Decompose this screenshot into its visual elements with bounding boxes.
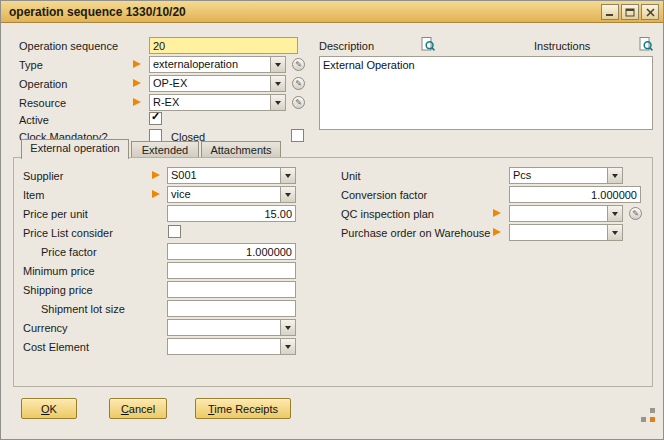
type-label: Type <box>19 59 43 72</box>
link-arrow-icon[interactable] <box>133 60 141 68</box>
dropdown-arrow-icon[interactable] <box>270 76 285 91</box>
price-list-consider-checkbox[interactable] <box>168 225 181 238</box>
po-on-warehouse-label: Purchase order on Warehouse <box>341 227 490 240</box>
price-per-unit-label: Price per unit <box>23 208 88 221</box>
price-list-consider-label: Price List consider <box>23 227 113 240</box>
operation-label: Operation <box>19 78 67 91</box>
dropdown-arrow-icon[interactable] <box>280 320 295 335</box>
conversion-factor-label: Conversion factor <box>341 189 427 202</box>
pencil-glyph: ✎ <box>295 61 302 69</box>
shipment-lot-size-label: Shipment lot size <box>41 303 125 316</box>
operation-sequence-label: Operation sequence <box>19 40 118 53</box>
po-on-warehouse-dropdown[interactable] <box>509 224 623 241</box>
resource-label: Resource <box>19 97 66 110</box>
pencil-glyph: ✎ <box>295 80 302 88</box>
operation-dropdown[interactable]: OP-EX <box>149 75 286 92</box>
cancel-button[interactable]: Cancel <box>109 398 167 419</box>
link-arrow-icon[interactable] <box>493 228 501 236</box>
cost-element-value <box>168 339 280 354</box>
link-arrow-icon[interactable] <box>152 190 160 198</box>
resource-dropdown[interactable]: R-EX <box>149 94 286 111</box>
currency-label: Currency <box>23 322 68 335</box>
dropdown-arrow-icon[interactable] <box>280 339 295 354</box>
shipment-lot-size-input[interactable] <box>167 300 296 317</box>
currency-dropdown[interactable] <box>167 319 296 336</box>
close-icon <box>646 8 655 17</box>
expand-instructions-icon[interactable] <box>639 37 654 52</box>
resize-grip[interactable] <box>641 408 655 422</box>
link-arrow-icon[interactable] <box>133 79 141 87</box>
minimize-icon <box>605 8 615 17</box>
description-label: Description <box>319 40 374 53</box>
conversion-factor-input[interactable] <box>509 186 641 203</box>
item-label: Item <box>23 189 44 202</box>
window-controls <box>601 4 659 20</box>
active-label: Active <box>19 114 49 127</box>
po-on-warehouse-value <box>510 225 607 240</box>
pencil-glyph: ✎ <box>295 99 302 107</box>
shipping-price-input[interactable] <box>167 281 296 298</box>
dropdown-arrow-icon[interactable] <box>607 225 622 240</box>
type-dropdown[interactable]: externaloperation <box>149 56 286 73</box>
price-factor-input[interactable] <box>167 243 296 260</box>
active-checkbox[interactable]: ✓ <box>149 112 162 125</box>
description-textarea[interactable]: External Operation <box>319 56 653 130</box>
dropdown-arrow-icon[interactable] <box>607 168 622 183</box>
qc-inspection-plan-dropdown[interactable] <box>509 205 623 222</box>
maximize-icon <box>625 8 635 17</box>
maximize-button[interactable] <box>621 4 639 20</box>
operation-sequence-window: operation sequence 1330/10/20 Operation … <box>0 0 664 440</box>
unit-label: Unit <box>341 170 361 183</box>
close-button[interactable] <box>641 4 659 20</box>
cost-element-label: Cost Element <box>23 341 89 354</box>
supplier-label: Supplier <box>23 170 63 183</box>
item-value: vice <box>168 187 280 202</box>
resource-value: R-EX <box>150 95 270 110</box>
operation-sequence-input[interactable] <box>149 37 298 54</box>
tab-extended[interactable]: Extended <box>131 141 199 157</box>
edit-list-icon[interactable]: ✎ <box>292 58 305 71</box>
check-icon: ✓ <box>151 110 160 123</box>
dropdown-arrow-icon[interactable] <box>280 168 295 183</box>
resize-grip-icon <box>641 408 655 422</box>
minimum-price-label: Minimum price <box>23 265 95 278</box>
expand-description-icon[interactable] <box>421 37 436 52</box>
dropdown-arrow-icon[interactable] <box>607 206 622 221</box>
qc-inspection-plan-label: QC inspection plan <box>341 208 434 221</box>
cost-element-dropdown[interactable] <box>167 338 296 355</box>
minimize-button[interactable] <box>601 4 619 20</box>
operation-value: OP-EX <box>150 76 270 91</box>
time-receipts-button[interactable]: Time Receipts <box>195 398 291 419</box>
link-arrow-icon[interactable] <box>152 171 160 179</box>
pencil-glyph: ✎ <box>632 210 639 218</box>
dropdown-arrow-icon[interactable] <box>270 95 285 110</box>
edit-list-icon[interactable]: ✎ <box>292 96 305 109</box>
link-arrow-icon[interactable] <box>493 209 501 217</box>
supplier-dropdown[interactable]: S001 <box>167 167 296 184</box>
tab-attachments[interactable]: Attachments <box>201 141 281 157</box>
unit-dropdown[interactable]: Pcs <box>509 167 623 184</box>
unit-value: Pcs <box>510 168 607 183</box>
title-bar[interactable]: operation sequence 1330/10/20 <box>1 1 663 23</box>
edit-list-icon[interactable]: ✎ <box>629 207 642 220</box>
link-arrow-icon[interactable] <box>133 98 141 106</box>
shipping-price-label: Shipping price <box>23 284 93 297</box>
edit-list-icon[interactable]: ✎ <box>292 77 305 90</box>
minimum-price-input[interactable] <box>167 262 296 279</box>
price-factor-label: Price factor <box>41 246 97 259</box>
supplier-value: S001 <box>168 168 280 183</box>
instructions-label: Instructions <box>534 40 590 53</box>
closed-checkbox[interactable] <box>291 129 304 142</box>
type-value: externaloperation <box>150 57 270 72</box>
ok-button[interactable]: OK <box>21 398 77 419</box>
item-dropdown[interactable]: vice <box>167 186 296 203</box>
dropdown-arrow-icon[interactable] <box>280 187 295 202</box>
qc-inspection-plan-value <box>510 206 607 221</box>
price-per-unit-input[interactable] <box>167 205 296 222</box>
tab-external-operation[interactable]: External operation <box>21 139 129 159</box>
dropdown-arrow-icon[interactable] <box>270 57 285 72</box>
currency-value <box>168 320 280 335</box>
window-title: operation sequence 1330/10/20 <box>9 5 186 19</box>
